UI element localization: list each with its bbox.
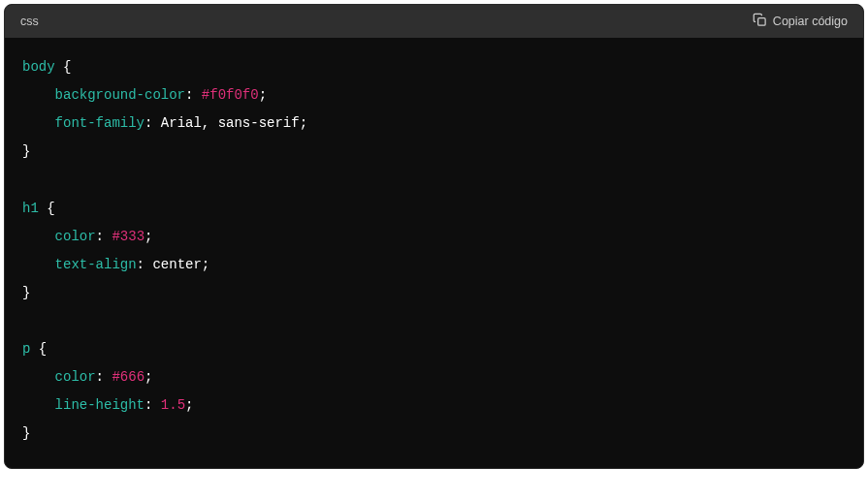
copy-button-label: Copiar código [773,15,848,28]
copy-code-button[interactable]: Copiar código [753,13,848,30]
code-block: css Copiar código body { background-colo… [4,4,864,469]
code-header: css Copiar código [5,5,863,38]
code-content: body { background-color: #f0f0f0; font-f… [5,38,863,468]
svg-rect-0 [757,18,765,26]
copy-icon [753,13,767,30]
language-label: css [20,15,39,28]
